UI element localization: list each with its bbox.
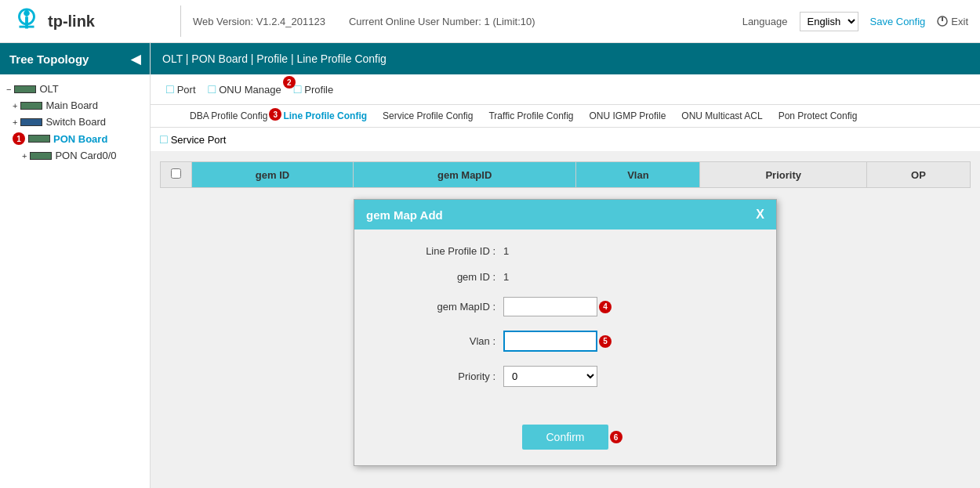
nav-dba-profile[interactable]: DBA Profile Config bbox=[182, 108, 275, 124]
modal-overlay: gem Map Add X Line Profile ID : 1 gem ID… bbox=[151, 152, 980, 488]
vlan-input-wrapper: 100 5 bbox=[503, 331, 597, 352]
olt-label: OLT bbox=[39, 83, 58, 95]
svg-rect-2 bbox=[20, 26, 34, 28]
main-layout: Tree Topology ◀ − OLT + Main Board + Swi… bbox=[0, 43, 980, 488]
port-label: Port bbox=[177, 84, 196, 96]
step3-badge: 3 bbox=[269, 108, 281, 121]
expand-icon2: + bbox=[22, 151, 27, 161]
pon-protect-label: Pon Protect Config bbox=[779, 110, 858, 121]
sidebar-tree: − OLT + Main Board + Switch Board 1 PON … bbox=[0, 74, 150, 488]
breadcrumb-text: OLT | PON Board | Profile | Line Profile… bbox=[162, 52, 387, 65]
header: tp-link Web Version: V1.2.4_201123 Curre… bbox=[0, 0, 980, 43]
gem-mapid-input-wrapper: 1 4 bbox=[503, 297, 597, 316]
step5-badge: 5 bbox=[599, 335, 612, 348]
modal-title: gem Map Add bbox=[366, 208, 443, 222]
sidebar-item-olt[interactable]: − OLT bbox=[0, 81, 150, 97]
vlan-input[interactable]: 100 bbox=[503, 331, 597, 352]
service-profile-label: Service Profile Config bbox=[383, 110, 473, 121]
gem-map-add-modal: gem Map Add X Line Profile ID : 1 gem ID… bbox=[354, 199, 777, 466]
dba-label: DBA Profile Config bbox=[190, 110, 267, 121]
nav-onu-manage[interactable]: □ ONU Manage bbox=[202, 79, 288, 99]
switch-board-icon bbox=[20, 118, 42, 126]
modal-footer: Confirm 6 bbox=[354, 417, 776, 465]
nav-service-port[interactable]: □ Service Port bbox=[151, 128, 980, 152]
nav-traffic-profile[interactable]: Traffic Profile Config bbox=[481, 108, 581, 124]
priority-select[interactable]: 0 1 2 3 4 5 6 7 bbox=[503, 366, 597, 387]
olt-device-icon bbox=[14, 85, 36, 93]
language-select[interactable]: English bbox=[800, 12, 858, 31]
sidebar-toggle[interactable]: ◀ bbox=[131, 52, 140, 67]
confirm-button[interactable]: Confirm bbox=[522, 425, 608, 450]
service-port-label: Service Port bbox=[171, 134, 227, 146]
pon-board-icon bbox=[28, 135, 50, 143]
form-row-priority: Priority : 0 1 2 3 4 5 6 7 bbox=[378, 366, 753, 387]
breadcrumb: OLT | PON Board | Profile | Line Profile… bbox=[151, 43, 980, 74]
nav-pon-protect[interactable]: Pon Protect Config bbox=[771, 108, 866, 124]
sidebar-title: Tree Topology bbox=[9, 52, 89, 66]
service-port-expand-icon: □ bbox=[160, 132, 168, 146]
content-area: OLT | PON Board | Profile | Line Profile… bbox=[151, 43, 980, 488]
gem-mapid-label: gem MapID : bbox=[378, 301, 495, 313]
pon-card-label: PON Card0/0 bbox=[55, 150, 116, 161]
minus-icon: − bbox=[6, 85, 11, 94]
step1-badge: 1 bbox=[13, 132, 25, 145]
traffic-profile-label: Traffic Profile Config bbox=[488, 110, 573, 121]
priority-label: Priority : bbox=[378, 371, 495, 382]
onu-multicast-label: ONU Multicast ACL bbox=[681, 110, 762, 121]
exit-button[interactable]: Exit bbox=[937, 16, 968, 27]
sidebar-item-pon-card[interactable]: + PON Card0/0 bbox=[0, 147, 150, 164]
gem-id-label: gem ID : bbox=[378, 271, 495, 283]
profile-label: Profile bbox=[304, 84, 333, 96]
web-version: Web Version: V1.2.4_201123 bbox=[193, 16, 325, 27]
port-expand-icon: □ bbox=[166, 82, 174, 96]
onu-manage-label: ONU Manage bbox=[219, 84, 281, 96]
nav-onu-multicast[interactable]: ONU Multicast ACL bbox=[673, 108, 770, 124]
power-icon bbox=[937, 16, 948, 27]
form-row-vlan: Vlan : 100 5 bbox=[378, 331, 753, 352]
gem-id-value: 1 bbox=[503, 271, 509, 283]
sidebar-item-pon-board[interactable]: 1 PON Board bbox=[0, 130, 150, 147]
step4-badge: 4 bbox=[599, 301, 612, 313]
vlan-label: Vlan : bbox=[378, 335, 495, 347]
sidebar-item-switch-board[interactable]: + Switch Board bbox=[0, 114, 150, 130]
nav-onu-igmp[interactable]: ONU IGMP Profile bbox=[582, 108, 674, 124]
nav-service-profile[interactable]: Service Profile Config bbox=[375, 108, 481, 124]
plus-icon: + bbox=[13, 101, 17, 110]
gem-mapid-input[interactable]: 1 bbox=[503, 297, 597, 316]
sidebar-item-main-board[interactable]: + Main Board bbox=[0, 97, 150, 114]
pon-card-icon bbox=[30, 152, 52, 160]
nav-profile[interactable]: 2 □ Profile bbox=[288, 79, 340, 99]
save-config-link[interactable]: Save Config bbox=[870, 16, 926, 27]
main-board-label: Main Board bbox=[45, 99, 97, 111]
nav-line-profile[interactable]: 3 Line Profile Config bbox=[275, 108, 375, 124]
switch-board-label: Switch Board bbox=[45, 116, 106, 128]
online-users: Current Online User Number: 1 (Limit:10) bbox=[349, 16, 535, 27]
logo-text: tp-link bbox=[48, 13, 95, 31]
form-row-line-profile-id: Line Profile ID : 1 bbox=[378, 245, 753, 257]
step2-badge: 2 bbox=[283, 76, 296, 89]
language-label: Language bbox=[742, 16, 788, 27]
nav-menu: □ Port □ ONU Manage 2 □ Profile bbox=[151, 74, 980, 105]
expand-icon: + bbox=[13, 117, 17, 127]
exit-label: Exit bbox=[951, 16, 968, 27]
onu-igmp-label: ONU IGMP Profile bbox=[590, 110, 666, 121]
content-wrapper: ForoISP gem ID gem MapID Vlan Priority O… bbox=[151, 152, 980, 488]
header-divider bbox=[180, 5, 181, 37]
step6-badge: 6 bbox=[610, 431, 622, 443]
sub-nav: DBA Profile Config 3 Line Profile Config… bbox=[151, 105, 980, 128]
form-row-gem-mapid: gem MapID : 1 4 bbox=[378, 297, 753, 316]
form-row-gem-id: gem ID : 1 bbox=[378, 271, 753, 283]
line-profile-label: Line Profile Config bbox=[283, 110, 367, 121]
header-right: Language English Save Config Exit bbox=[742, 12, 968, 31]
sidebar-header: Tree Topology ◀ bbox=[0, 43, 150, 74]
main-board-icon bbox=[20, 102, 42, 110]
modal-body: Line Profile ID : 1 gem ID : 1 gem MapID… bbox=[354, 230, 776, 417]
confirm-wrapper: Confirm 6 bbox=[522, 425, 608, 450]
header-info: Web Version: V1.2.4_201123 Current Onlin… bbox=[193, 16, 742, 27]
onu-expand-icon: □ bbox=[209, 82, 216, 96]
pon-board-label: PON Board bbox=[53, 133, 107, 145]
modal-header: gem Map Add X bbox=[354, 200, 776, 230]
line-profile-id-value: 1 bbox=[503, 245, 509, 257]
modal-close-button[interactable]: X bbox=[756, 208, 764, 222]
nav-port[interactable]: □ Port bbox=[160, 79, 202, 99]
